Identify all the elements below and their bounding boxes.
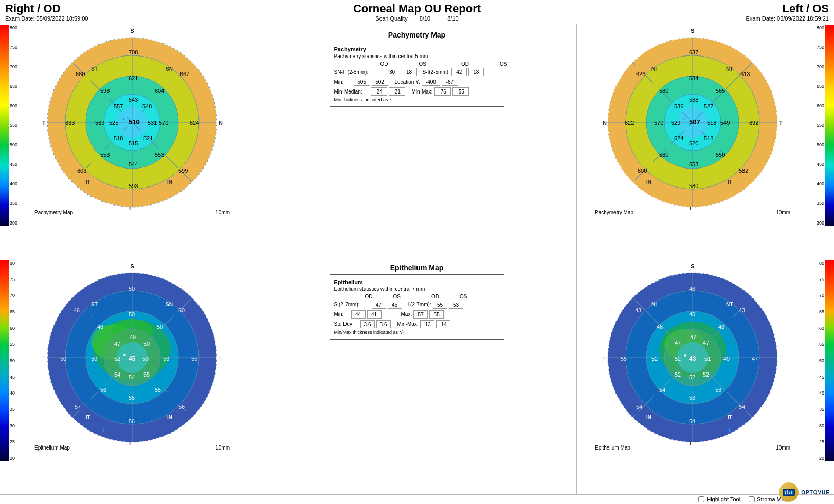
svg-text:622: 622 (625, 120, 634, 126)
svg-text:47: 47 (752, 356, 758, 362)
svg-text:46: 46 (689, 286, 695, 292)
svg-text:54: 54 (114, 371, 120, 378)
svg-rect-49 (0, 260, 9, 461)
svg-text:55: 55 (621, 356, 627, 362)
svg-text:N: N (219, 120, 223, 126)
right-scale-left-pachy: 800 750 700 650 600 550 500 450 400 350 … (808, 25, 834, 258)
header-right-title: Left / OS (746, 2, 829, 15)
svg-text:46: 46 (689, 311, 695, 318)
svg-text:518: 518 (707, 120, 716, 126)
svg-text:527: 527 (704, 103, 713, 109)
svg-text:I: I (129, 206, 131, 210)
header-right: Left / OS Exam Date: 05/09/2022 18:59:21 (746, 2, 829, 22)
svg-text:50: 50 (129, 311, 135, 318)
svg-text:53: 53 (689, 395, 695, 401)
right-pachy-map-area: S (23, 25, 241, 258)
header-left-title: Right / OD (5, 2, 88, 15)
svg-text:553: 553 (100, 152, 110, 158)
pachy-s-label: S (130, 28, 134, 34)
svg-text:45: 45 (129, 355, 136, 362)
left-epi-map-label: Epithelium Map (595, 445, 630, 451)
svg-text:708: 708 (129, 49, 138, 55)
svg-text:637: 637 (689, 49, 698, 55)
stroma-map-checkbox[interactable] (749, 496, 755, 502)
left-epi-svg-container: NI NT IN IT N T I * + (595, 270, 790, 445)
left-epi-scale-label: 10mm (776, 445, 790, 451)
right-epi-map-label: Epithelium Map (34, 445, 70, 451)
left-epi-bottom-label: Epithelium Map 10mm (595, 445, 790, 451)
highlight-tool-label: Highlight Tool (706, 496, 740, 502)
svg-text:626: 626 (636, 71, 645, 77)
svg-text:NI: NI (651, 302, 657, 307)
svg-text:43: 43 (635, 307, 641, 313)
right-epi-section: 80 75 70 65 60 55 50 45 40 35 30 25 (0, 259, 257, 494)
svg-text:518: 518 (114, 135, 123, 141)
svg-text:50: 50 (157, 324, 163, 330)
svg-text:565: 565 (716, 88, 725, 94)
right-epi-svg-container: ST SN IT IN T N I * + (34, 270, 230, 445)
min-median-os: -21 (389, 87, 405, 96)
right-panel: S (577, 24, 834, 494)
svg-text:SN: SN (166, 66, 173, 72)
svg-text:680: 680 (76, 71, 85, 77)
min-max-os-epi: -14 (436, 320, 450, 328)
right-pachy-section: 800 750 700 650 600 550 500 450 400 350 … (0, 24, 257, 259)
min-od-epi: 44 (351, 310, 366, 319)
svg-text:604: 604 (155, 88, 164, 94)
svg-text:52: 52 (703, 371, 709, 378)
max-os-epi: 55 (429, 310, 444, 319)
svg-text:IT: IT (728, 179, 732, 185)
svg-text:47: 47 (690, 334, 696, 340)
highlight-tool-checkbox[interactable] (698, 496, 704, 502)
svg-text:52: 52 (689, 374, 695, 380)
min-max-label-epi: Min-Max: (397, 321, 419, 327)
svg-text:I: I (690, 441, 691, 445)
svg-text:584: 584 (689, 75, 698, 81)
svg-text:IT: IT (86, 415, 90, 420)
svg-text:507: 507 (689, 118, 700, 126)
pachy-map-title: Pachymetry Map (388, 31, 445, 39)
svg-text:593: 593 (129, 183, 138, 189)
svg-text:ST: ST (91, 302, 98, 307)
pachy-box-subtitle: Pachymetry statistics within central 5 m… (334, 53, 500, 59)
right-pachy-scale-label: 10mm (215, 210, 230, 215)
s-od-epi: 47 (372, 301, 386, 309)
left-pachy-map-label: Pachymetry Map (595, 210, 633, 215)
svg-text:580: 580 (659, 88, 668, 94)
i-os-epi: 53 (449, 301, 463, 309)
epi-s-label-right: S (130, 263, 134, 269)
svg-text:582: 582 (739, 167, 748, 174)
location-y-os: -67 (442, 78, 458, 86)
right-epi-map-area: S (23, 260, 241, 493)
svg-rect-199 (825, 260, 834, 461)
svg-text:*: * (683, 117, 685, 122)
highlight-tool-group[interactable]: Highlight Tool (698, 496, 740, 502)
epi-map-title: Epithelium Map (390, 264, 443, 272)
svg-text:548: 548 (142, 103, 152, 109)
svg-text:55: 55 (155, 387, 161, 393)
svg-text:IT: IT (86, 179, 90, 185)
center-panel: Pachymetry Map Pachymetry Pachymetry sta… (257, 24, 577, 494)
svg-text:+: + (101, 426, 105, 434)
svg-text:IN: IN (167, 179, 172, 185)
svg-text:553: 553 (155, 152, 164, 158)
right-pachy-bottom-label: Pachymetry Map 10mm (34, 210, 230, 215)
svg-text:515: 515 (129, 140, 138, 146)
svg-text:52: 52 (114, 356, 120, 362)
s-os-epi: 45 (388, 301, 402, 309)
svg-text:544: 544 (129, 161, 138, 167)
svg-text:624: 624 (190, 120, 199, 126)
svg-text:54: 54 (689, 418, 695, 424)
svg-text:NI: NI (651, 66, 657, 72)
svg-text:50: 50 (60, 356, 66, 362)
svg-text:536: 536 (674, 103, 683, 109)
svg-text:543: 543 (129, 97, 138, 103)
svg-text:529: 529 (671, 120, 680, 126)
i-od-epi: 55 (433, 301, 447, 309)
svg-text:613: 613 (740, 71, 750, 77)
left-scale-right-pachy: 800 750 700 650 600 550 500 450 400 350 … (0, 25, 23, 258)
svg-text:570: 570 (159, 120, 168, 126)
optovue-icon (779, 482, 799, 502)
svg-text:538: 538 (689, 97, 698, 103)
left-pachy-svg-container: NI NT IN IT N T I 507 * 538 520 (595, 35, 790, 210)
